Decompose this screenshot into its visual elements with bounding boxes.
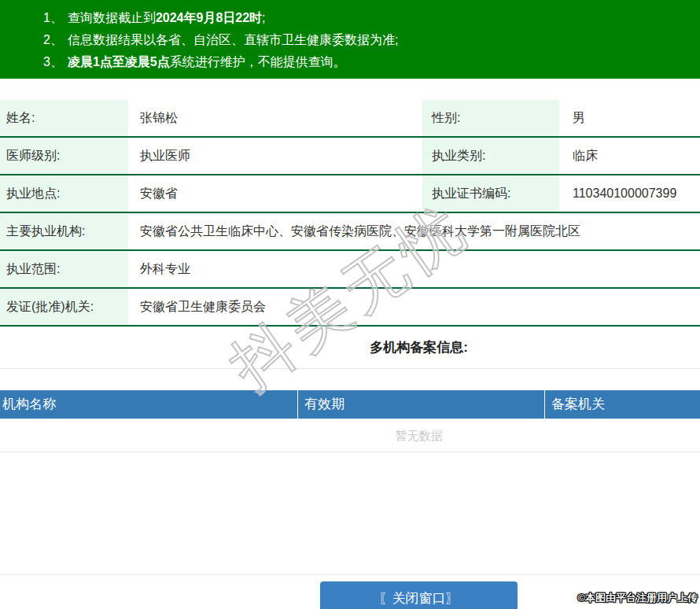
- doctor-info-table: 姓名: 张锦松 性别: 男 医师级别: 执业医师 执业类别: 临床 执业地点: …: [0, 100, 700, 327]
- main-org-value: 安徽省公共卫生临床中心、安徽省传染病医院、安徽医科大学第一附属医院北区: [128, 213, 700, 249]
- certificate-number-label: 执业证书编码:: [422, 175, 559, 212]
- notice-banner: 1、查询数据截止到2024年9月8日22时; 2、信息数据结果以各省、自治区、直…: [0, 0, 700, 79]
- notice-text: ;: [262, 11, 265, 24]
- practice-location-value: 安徽省: [128, 175, 422, 212]
- notice-line-1: 1、查询数据截止到2024年9月8日22时;: [43, 7, 692, 29]
- notice-number: 2、: [43, 33, 63, 46]
- notice-line-3: 3、凌晨1点至凌晨5点系统进行维护，不能提供查询。: [43, 51, 692, 73]
- spacer: [0, 452, 700, 574]
- name-label: 姓名:: [0, 100, 128, 136]
- notice-text: 信息数据结果以各省、自治区、直辖市卫生健康委数据为准;: [68, 33, 398, 46]
- table-row-level-category: 医师级别: 执业医师 执业类别: 临床: [0, 138, 700, 175]
- table-row-main-org: 主要执业机构: 安徽省公共卫生临床中心、安徽省传染病医院、安徽医科大学第一附属医…: [0, 213, 700, 251]
- table-row-name-gender: 姓名: 张锦松 性别: 男: [0, 100, 700, 138]
- notice-text: 系统进行维护，不能提供查询。: [170, 55, 346, 68]
- name-value: 张锦松: [128, 100, 422, 136]
- practice-category-label: 执业类别:: [422, 138, 559, 174]
- table-row-location-cert: 执业地点: 安徽省 执业证书编码: 110340100007399: [0, 175, 700, 213]
- gender-value: 男: [559, 100, 700, 136]
- filing-empty-state: 暂无数据: [0, 419, 700, 452]
- notice-text-bold: 凌晨1点至凌晨5点: [68, 55, 170, 68]
- notice-number: 1、: [43, 11, 63, 24]
- table-row-issuer: 发证(批准)机关: 安徽省卫生健康委员会: [0, 289, 700, 327]
- notice-line-2: 2、信息数据结果以各省、自治区、直辖市卫生健康委数据为准;: [43, 29, 692, 51]
- gender-label: 性别:: [422, 100, 559, 136]
- filing-col-authority: 备案机关: [545, 390, 700, 419]
- notice-text-bold: 2024年9月8日22时: [156, 11, 262, 24]
- close-window-button[interactable]: 〖关闭窗口〗: [320, 581, 518, 609]
- filing-section-heading: 多机构备案信息:: [0, 327, 700, 369]
- doctor-level-value: 执业医师: [128, 138, 422, 174]
- practice-scope-value: 外科专业: [128, 251, 700, 287]
- filing-col-validity: 有效期: [298, 390, 545, 419]
- practice-location-label: 执业地点:: [0, 175, 128, 212]
- certificate-number-value: 110340100007399: [559, 175, 700, 212]
- corner-upload-watermark: ©本图由平台注册用户上传: [577, 591, 698, 605]
- main-org-label: 主要执业机构:: [0, 213, 128, 249]
- practice-category-value: 临床: [559, 138, 700, 174]
- filing-table-header: 机构名称 有效期 备案机关: [0, 390, 700, 419]
- notice-number: 3、: [43, 55, 63, 68]
- issuing-authority-value: 安徽省卫生健康委员会: [128, 289, 700, 325]
- doctor-level-label: 医师级别:: [0, 138, 128, 174]
- filing-col-institution: 机构名称: [0, 390, 298, 419]
- notice-text: 查询数据截止到: [68, 11, 156, 24]
- practice-scope-label: 执业范围:: [0, 251, 128, 287]
- issuing-authority-label: 发证(批准)机关:: [0, 289, 128, 325]
- table-row-scope: 执业范围: 外科专业: [0, 251, 700, 289]
